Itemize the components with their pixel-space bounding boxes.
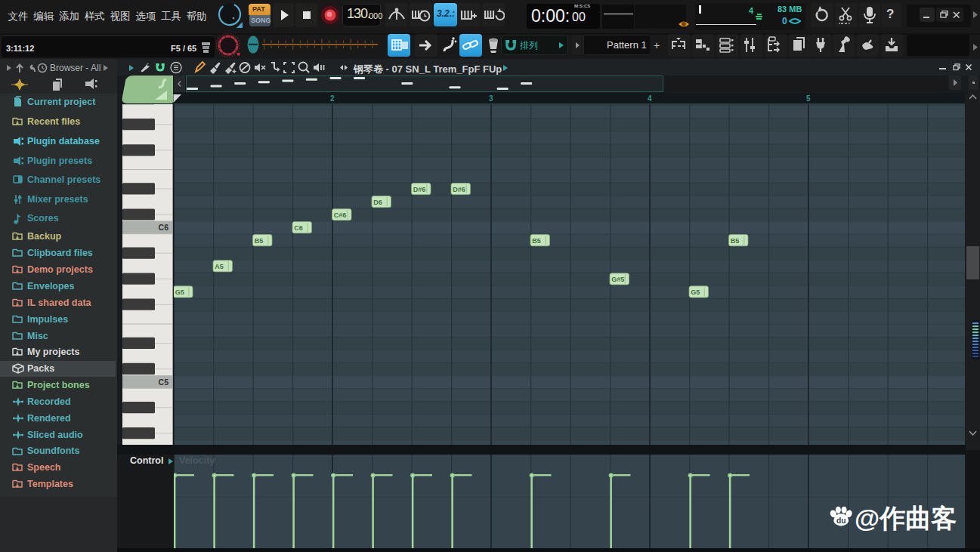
svg-text:A5: A5 xyxy=(215,263,224,270)
svg-text:C5: C5 xyxy=(159,378,169,387)
svg-text:G5: G5 xyxy=(691,288,700,296)
svg-text:B5: B5 xyxy=(731,237,740,245)
svg-text:du: du xyxy=(836,517,846,525)
svg-text:D6: D6 xyxy=(373,199,382,206)
svg-text:G5: G5 xyxy=(175,288,184,296)
svg-text:C6: C6 xyxy=(294,224,303,232)
svg-text:C6: C6 xyxy=(159,223,169,232)
svg-text:B5: B5 xyxy=(532,237,541,245)
svg-text:B5: B5 xyxy=(255,237,264,245)
svg-text:G#5: G#5 xyxy=(611,276,624,283)
svg-text:D#6: D#6 xyxy=(413,186,426,193)
svg-text:D#6: D#6 xyxy=(453,186,465,193)
svg-text:C#6: C#6 xyxy=(334,211,347,219)
